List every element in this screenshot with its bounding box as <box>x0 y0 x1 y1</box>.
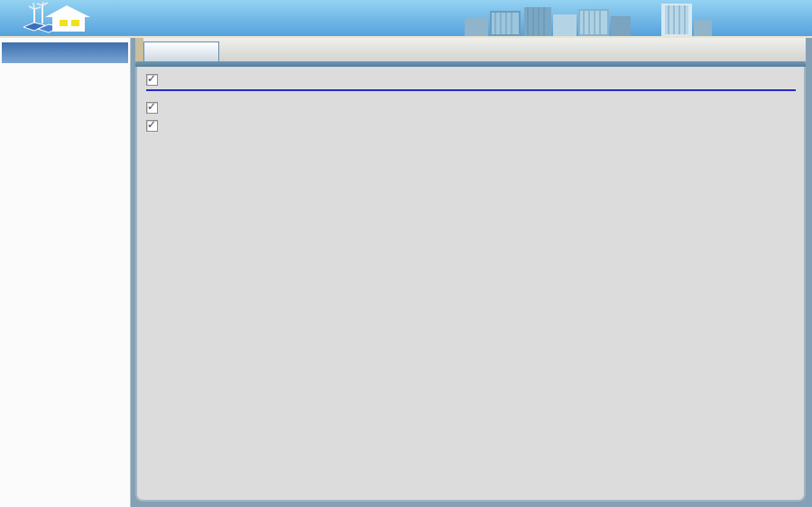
main-panel <box>135 38 806 502</box>
sidebar-item-home[interactable] <box>2 42 128 63</box>
voice-section-header <box>146 120 804 132</box>
sms-enable-checkbox[interactable] <box>146 74 158 86</box>
app-logo-icon <box>20 2 92 36</box>
app-window <box>0 0 812 507</box>
email-enable-checkbox[interactable] <box>146 102 158 114</box>
sidebar <box>0 38 131 507</box>
tab-alarm-event-trigger[interactable] <box>143 41 219 61</box>
tab-bar <box>135 38 806 61</box>
sidebar-spacer <box>0 70 130 507</box>
app-header <box>0 0 812 38</box>
email-section-header <box>146 102 804 114</box>
voice-enable-checkbox[interactable] <box>146 120 158 132</box>
sms-table <box>146 89 796 91</box>
header-cityscape-image <box>465 2 762 36</box>
sms-section-header <box>146 74 804 86</box>
panel-body <box>135 67 806 502</box>
